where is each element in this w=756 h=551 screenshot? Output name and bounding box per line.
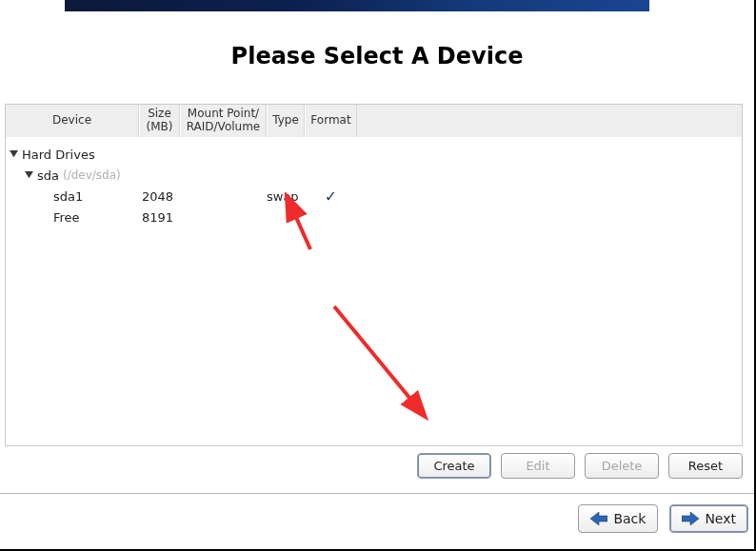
action-bar: Create Edit Delete Reset [5,453,743,482]
tree-root-label: Hard Drives [22,148,95,162]
tree-root[interactable]: Hard Drives [6,144,742,165]
device-tree: Hard Drives sda (/dev/sda) sda1 2048 swa… [6,138,742,227]
col-type[interactable]: Type [267,105,305,137]
svg-marker-2 [590,512,607,525]
col-device[interactable]: Device [6,105,139,137]
delete-button: Delete [585,453,659,479]
checkmark-icon: ✓ [305,187,357,206]
arrow-right-icon [682,512,699,525]
svg-marker-3 [682,512,699,525]
row-size: 8191 [139,210,180,225]
expand-icon[interactable] [25,171,33,179]
svg-marker-1 [25,171,33,178]
row-device: sda1 [6,189,139,204]
col-size[interactable]: Size (MB) [139,105,180,137]
svg-marker-0 [10,150,18,157]
disk-path: (/dev/sda) [63,168,121,182]
table-header: Device Size (MB) Mount Point/ RAID/Volum… [6,105,742,138]
row-size: 2048 [139,189,180,204]
col-mount[interactable]: Mount Point/ RAID/Volume [180,105,267,137]
device-panel: Device Size (MB) Mount Point/ RAID/Volum… [5,104,743,446]
row-device: Free [6,210,139,225]
separator [0,493,754,494]
back-button[interactable]: Back [578,504,658,533]
nav-bar: Back Next [0,504,748,533]
row-type: swap [267,189,305,204]
expand-icon[interactable] [10,150,18,158]
reset-button[interactable]: Reset [668,453,743,479]
next-button[interactable]: Next [669,504,748,533]
tree-disk[interactable]: sda (/dev/sda) [6,165,742,186]
create-button[interactable]: Create [417,453,491,479]
top-banner [65,0,649,11]
disk-name: sda [37,168,59,183]
page-title: Please Select A Device [0,43,754,69]
arrow-left-icon [590,512,607,525]
table-row[interactable]: sda1 2048 swap ✓ [6,186,742,207]
edit-button: Edit [501,453,575,479]
table-row[interactable]: Free 8191 [6,207,742,227]
col-format[interactable]: Format [305,105,357,137]
